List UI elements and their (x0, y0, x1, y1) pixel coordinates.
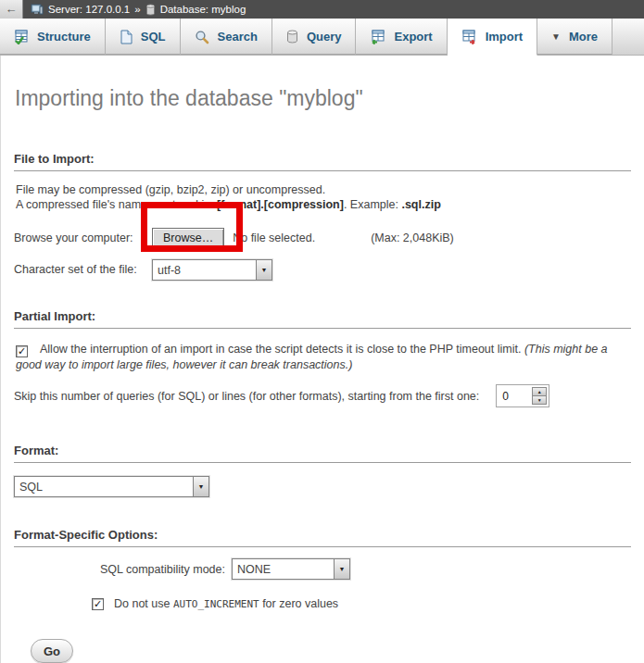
tab-more[interactable]: ▼ More (537, 19, 612, 55)
section-heading-format-specific: Format-Specific Options: (14, 528, 631, 547)
charset-selected-value: utf-8 (153, 260, 256, 280)
auto-increment-row: ✓ Do not use AUTO_INCREMENT for zero val… (92, 597, 631, 610)
tab-export[interactable]: Export (356, 19, 447, 55)
tab-label: More (569, 30, 598, 44)
tab-label: Search (218, 30, 258, 44)
sql-compatibility-label: SQL compatibility mode: (14, 563, 225, 576)
export-icon (370, 30, 385, 44)
spinner-up-button[interactable]: ▲ (532, 387, 547, 396)
partial-import-option: ✓Allow the interruption of an import in … (16, 342, 631, 373)
tab-search[interactable]: Search (181, 19, 272, 55)
tab-bar: Structure SQL Search (0, 19, 644, 56)
dropdown-arrow-icon[interactable]: ▼ (334, 559, 349, 579)
sql-compatibility-value: NONE (233, 559, 334, 579)
auto-increment-label-pre: Do not use (114, 597, 173, 610)
breadcrumb-separator: » (134, 4, 140, 15)
allow-interrupt-checkbox[interactable]: ✓ (16, 345, 28, 357)
compression-info-line: File may be compressed (gzip, bzip2, zip… (16, 183, 325, 196)
dropdown-arrow-icon[interactable]: ▼ (256, 260, 271, 280)
format-selected-value: SQL (15, 477, 193, 496)
dropdown-arrow-icon[interactable]: ▼ (193, 477, 208, 496)
browse-button[interactable]: Browse… (152, 228, 224, 248)
spinner-down-button[interactable]: ▼ (532, 396, 547, 405)
skip-queries-value: 0 (499, 387, 532, 405)
skip-queries-input[interactable]: 0 ▲ ▼ (496, 384, 549, 407)
format-select[interactable]: SQL ▼ (14, 476, 209, 497)
naming-example: .sql.zip (401, 198, 440, 211)
tab-import[interactable]: Import (448, 19, 537, 56)
query-database-icon (286, 30, 298, 44)
tab-structure[interactable]: Structure (0, 19, 106, 55)
chevron-down-icon: ▼ (551, 31, 561, 42)
browse-row: Browse your computer: Browse… No file se… (14, 226, 631, 250)
breadcrumb: ← Server: 127.0.0.1 » Database: myblog (0, 0, 644, 19)
back-arrow-icon: ← (6, 2, 18, 16)
back-button[interactable]: ← (0, 0, 23, 19)
auto-increment-checkbox[interactable]: ✓ (92, 598, 104, 610)
auto-increment-label-post: for zero values (259, 597, 338, 610)
naming-info-pre: A compressed file's name must end in (16, 198, 214, 211)
database-icon (145, 4, 156, 16)
search-icon (195, 30, 209, 44)
breadcrumb-server-link[interactable]: Server: 127.0.0.1 (48, 4, 130, 15)
phpmyadmin-import-page: ← Server: 127.0.0.1 » Database: myblog (0, 0, 644, 663)
tab-label: Import (486, 30, 523, 44)
sql-compatibility-row: SQL compatibility mode: NONE ▼ (14, 558, 631, 580)
charset-select[interactable]: utf-8 ▼ (152, 259, 272, 281)
main-content: Importing into the database "myblog" Fil… (0, 56, 644, 663)
breadcrumb-database-link[interactable]: Database: myblog (160, 4, 246, 15)
max-upload-size: (Max: 2,048KiB) (371, 231, 454, 244)
structure-icon (14, 30, 29, 44)
file-import-description: File may be compressed (gzip, bzip2, zip… (16, 182, 631, 212)
tab-sql[interactable]: SQL (106, 19, 181, 55)
tab-label: Structure (37, 30, 91, 44)
file-status-text: No file selected. (233, 231, 315, 244)
naming-pattern: .[format].[compression] (214, 198, 344, 211)
section-heading-format: Format: (14, 444, 631, 463)
browse-label: Browse your computer: (14, 231, 152, 244)
skip-queries-row: Skip this number of queries (for SQL) or… (14, 384, 631, 407)
number-spinner: ▲ ▼ (532, 387, 547, 405)
tab-label: Export (394, 30, 432, 44)
charset-label: Character set of the file: (14, 263, 152, 276)
import-icon (461, 30, 477, 44)
auto-increment-label: Do not use AUTO_INCREMENT for zero value… (114, 597, 338, 610)
tab-query[interactable]: Query (272, 19, 357, 55)
allow-interrupt-label: Allow the interruption of an import in c… (40, 343, 524, 356)
page-title: Importing into the database "myblog" (15, 86, 631, 111)
section-heading-partial-import: Partial Import: (14, 309, 631, 329)
go-button[interactable]: Go (31, 639, 73, 663)
server-icon (31, 4, 44, 16)
sql-document-icon (120, 30, 133, 44)
tab-label: Query (307, 30, 342, 44)
section-heading-file-to-import: File to Import: (14, 152, 631, 171)
sql-compatibility-select[interactable]: NONE ▼ (232, 558, 350, 580)
tab-label: SQL (141, 30, 166, 44)
skip-queries-label: Skip this number of queries (for SQL) or… (14, 390, 479, 403)
auto-increment-code: AUTO_INCREMENT (173, 598, 259, 610)
naming-info-mid: . Example: (344, 198, 402, 211)
charset-row: Character set of the file: utf-8 ▼ (14, 258, 631, 281)
